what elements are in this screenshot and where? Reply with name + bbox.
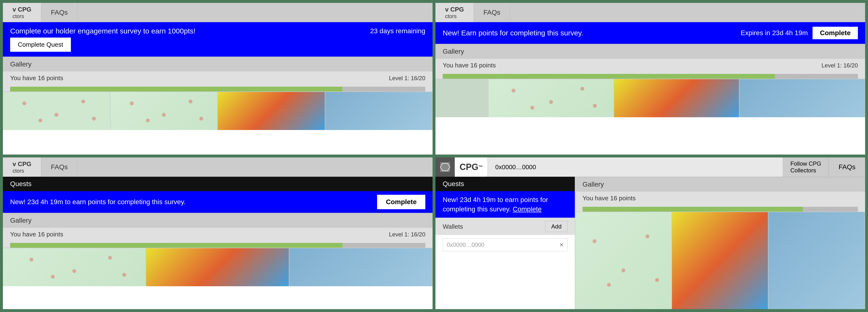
nav-brand-line1: v CPG	[12, 6, 31, 13]
nav-brand-p1[interactable]: v CPG ctors	[3, 3, 41, 22]
nav-brand-line2-p3: ctors	[12, 168, 24, 174]
complete-button-p2[interactable]: Complete	[812, 27, 858, 39]
quests-header-p4: Quests	[435, 177, 575, 191]
progress-container-p1	[3, 85, 433, 92]
progress-container-p3	[3, 241, 433, 248]
gallery-thumb-p2-2[interactable]	[489, 79, 614, 117]
quest-row-p4: New! 23d 4h 19m to earn points for compl…	[435, 191, 575, 218]
nav-brand-line2: ctors	[12, 13, 24, 20]
gallery-thumb-p2-3[interactable]	[614, 79, 740, 117]
gallery-thumb-p2-4[interactable]	[740, 79, 865, 117]
nav-brand-line2-p2: ctors	[445, 13, 457, 20]
points-text-p1: You have 16 points	[10, 74, 389, 82]
gallery-thumb-p3-2[interactable]	[146, 248, 289, 286]
gallery-thumb-2[interactable]	[111, 92, 218, 130]
banner-text-p2: New! Earn points for completing this sur…	[443, 29, 736, 37]
banner-p1: Complete our holder engagement survey to…	[3, 22, 433, 57]
gallery-thumb-p4-3[interactable]	[768, 212, 865, 309]
nav-follow: Follow CPG Collectors	[783, 158, 829, 177]
gallery-header-p3: Gallery	[3, 213, 433, 228]
banner-expiry-p2: Expires in 23d 4h 19m	[741, 29, 808, 37]
quest-text-p4: New! 23d 4h 19m to earn points for compl…	[443, 195, 567, 214]
panel4-body: Quests New! 23d 4h 19m to earn points fo…	[435, 177, 865, 309]
nav-cpg-name: CPG	[460, 162, 478, 172]
nav-faqs-p1[interactable]: FAQs	[41, 3, 78, 22]
nav-bar-p1: v CPG ctors FAQs	[3, 3, 433, 22]
nav-bar-p4: CPG™ 0x0000…0000 Follow CPG Collectors F…	[435, 158, 865, 177]
gallery-header-p4: Gallery	[575, 177, 865, 192]
gallery-strip-p3	[3, 248, 433, 286]
gallery-strip-p1	[3, 92, 433, 130]
complete-button-p3[interactable]: Complete	[377, 195, 425, 209]
banner-text-p1: Complete our holder engagement survey to…	[10, 27, 365, 35]
progress-bar-fill-p3	[10, 243, 342, 248]
gallery-header-p1: Gallery	[3, 57, 433, 71]
progress-container-p2	[435, 72, 865, 79]
progress-bar-fill-p4	[583, 207, 803, 212]
points-row-p2: You have 16 points Level 1: 16/20	[435, 59, 865, 72]
nav-brand-line1-p2: v CPG	[445, 6, 464, 13]
nav-bar-p2: v CPG ctors FAQs	[435, 3, 865, 22]
wallets-row-p4: Wallets Add	[435, 218, 575, 235]
nav-follow-line1: Follow CPG	[790, 160, 821, 167]
progress-bar-bg-p2	[443, 74, 858, 79]
gallery-thumb-4[interactable]	[325, 92, 433, 130]
nav-brand-p2[interactable]: v CPG ctors	[435, 3, 474, 22]
wallet-input-row: 0x0000…0000 ×	[435, 235, 575, 255]
level-text-p1: Level 1: 16/20	[389, 75, 425, 81]
nav-follow-line2: Collectors	[790, 167, 816, 174]
progress-bar-bg-p1	[10, 87, 425, 92]
gallery-thumb-p3-1[interactable]	[3, 248, 146, 286]
quests-header-p3: Quests	[3, 177, 433, 191]
progress-bar-bg-p3	[10, 243, 425, 248]
gallery-thumb-p2-1[interactable]	[435, 79, 489, 117]
panel-bottom-left: v CPG ctors FAQs Quests New! 23d 4h 19m …	[3, 158, 433, 309]
nav-logo-icon	[435, 158, 455, 177]
nav-faqs-p2[interactable]: FAQs	[474, 3, 510, 22]
nav-bar-p3: v CPG ctors FAQs	[3, 158, 433, 177]
complete-link-p4[interactable]: Complete	[513, 205, 542, 213]
nav-faqs-p4[interactable]: FAQs	[829, 158, 865, 177]
nav-address[interactable]: 0x0000…0000	[488, 158, 783, 177]
nav-faqs-p3[interactable]: FAQs	[41, 158, 78, 177]
points-text-p4: You have 16 points	[583, 195, 858, 202]
points-row-p1: You have 16 points Level 1: 16/20	[3, 71, 433, 85]
add-wallet-button[interactable]: Add	[545, 221, 567, 232]
nav-tm: ™	[478, 165, 483, 170]
gallery-strip-p2	[435, 79, 865, 117]
gallery-thumb-p4-2[interactable]	[672, 212, 769, 309]
nav-cpg-brand: CPG™	[455, 158, 488, 177]
nav-brand-line1-p3: v CPG	[12, 160, 31, 168]
progress-bar-bg-p4	[583, 207, 858, 212]
gallery-thumb-1[interactable]	[3, 92, 111, 130]
progress-container-p4	[575, 205, 865, 212]
gallery-thumb-p4-1[interactable]	[575, 212, 672, 309]
points-row-p3: You have 16 points Level 1: 16/20	[3, 228, 433, 241]
banner-expiry-p1: 23 days remaining	[370, 27, 425, 35]
progress-bar-fill-p1	[10, 87, 342, 92]
level-text-p2: Level 1: 16/20	[822, 62, 858, 69]
close-icon[interactable]: ×	[560, 241, 563, 249]
panel4-right-col: Gallery You have 16 points	[575, 177, 865, 309]
wallets-label: Wallets	[443, 223, 545, 231]
quest-row-p3: New! 23d 4h 19m to earn points for compl…	[3, 191, 433, 213]
points-row-p4: You have 16 points	[575, 192, 865, 205]
quest-text-p3: New! 23d 4h 19m to earn points for compl…	[10, 195, 377, 209]
complete-quest-button[interactable]: Complete Quest	[10, 38, 71, 52]
panel-top-right: v CPG ctors FAQs New! Earn points for co…	[435, 3, 865, 154]
points-text-p2: You have 16 points	[443, 62, 822, 69]
gallery-header-p2: Gallery	[435, 44, 865, 59]
gallery-thumb-p3-3[interactable]	[289, 248, 433, 286]
panel-top-left: v CPG ctors FAQs Complete our holder eng…	[3, 3, 433, 154]
points-text-p3: You have 16 points	[10, 231, 389, 238]
panel-bottom-right: CPG™ 0x0000…0000 Follow CPG Collectors F…	[435, 158, 865, 309]
nav-brand-p3[interactable]: v CPG ctors	[3, 158, 41, 177]
panel4-left-col: Quests New! 23d 4h 19m to earn points fo…	[435, 177, 575, 309]
wallet-input-text[interactable]: 0x0000…0000	[447, 241, 560, 248]
wallet-input-box: 0x0000…0000 ×	[443, 238, 567, 251]
wallet-area-empty	[435, 255, 575, 309]
banner-p2: New! Earn points for completing this sur…	[435, 22, 865, 44]
gallery-thumb-3[interactable]	[218, 92, 325, 130]
gallery-strip-p4	[575, 212, 865, 309]
level-text-p3: Level 1: 16/20	[389, 231, 425, 238]
